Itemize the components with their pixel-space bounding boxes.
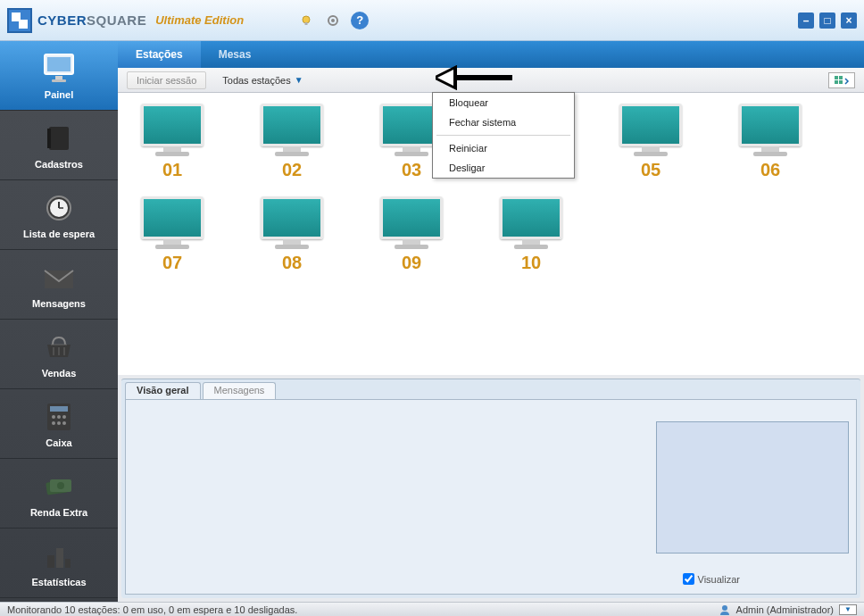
svg-point-43 <box>722 605 727 611</box>
edition-label: Ultimate Edition <box>155 13 244 27</box>
svg-point-24 <box>57 415 61 419</box>
svg-rect-33 <box>56 548 63 568</box>
status-text: Monitorando 10 estações: 0 em uso, 0 em … <box>7 604 297 615</box>
sidebar-item-label: Mensagens <box>32 298 86 309</box>
station-06[interactable]: 06 <box>732 104 809 180</box>
bottom-tab-visao-geral[interactable]: Visão geral <box>125 382 201 399</box>
svg-rect-7 <box>52 79 66 82</box>
station-number: 01 <box>162 160 182 180</box>
dropdown-label-text: Todas estações <box>222 75 290 86</box>
monitor-icon <box>261 104 323 146</box>
sidebar-item-label: Caixa <box>46 437 71 448</box>
station-10[interactable]: 10 <box>493 196 569 273</box>
bulb-icon[interactable] <box>297 12 315 29</box>
svg-rect-34 <box>65 559 71 568</box>
visualizar-checkbox-input[interactable] <box>683 573 694 585</box>
station-number: 07 <box>162 253 182 273</box>
view-selector[interactable] <box>828 72 855 88</box>
user-dropdown[interactable]: ▼ <box>839 604 857 615</box>
svg-rect-9 <box>47 129 51 148</box>
station-number: 10 <box>521 253 541 273</box>
dropdown-menu: Bloquear Fechar sistema Reiniciar Deslig… <box>432 92 575 179</box>
sidebar-item-label: Vendas <box>42 368 77 379</box>
sidebar-item-renda-extra[interactable]: Renda Extra <box>0 459 118 529</box>
tab-estacoes[interactable]: Estações <box>118 41 201 68</box>
sidebar-item-mensagens[interactable]: Mensagens <box>0 250 118 320</box>
monitor-icon <box>619 104 682 146</box>
help-icon[interactable]: ? <box>351 12 369 29</box>
tab-mesas[interactable]: Mesas <box>201 41 270 68</box>
visualizar-checkbox[interactable]: Visualizar <box>683 573 741 585</box>
menu-item-fechar-sistema[interactable]: Fechar sistema <box>433 112 574 132</box>
sidebar-item-caixa[interactable]: Caixa <box>0 389 118 459</box>
station-08[interactable]: 08 <box>253 196 330 273</box>
menu-item-bloquear[interactable]: Bloquear <box>433 93 574 112</box>
station-01[interactable]: 01 <box>134 104 211 180</box>
svg-rect-35 <box>835 76 838 79</box>
svg-rect-32 <box>47 555 54 568</box>
svg-point-27 <box>57 421 61 425</box>
svg-point-0 <box>303 16 310 23</box>
monitor-icon <box>40 52 78 86</box>
sidebar-item-lista-espera[interactable]: Lista de espera <box>0 180 118 250</box>
stations-dropdown[interactable]: Todas estações ▼ <box>222 75 303 86</box>
svg-point-28 <box>62 421 66 425</box>
svg-point-31 <box>57 482 64 489</box>
sidebar-item-vendas[interactable]: Vendas <box>0 320 118 389</box>
station-02[interactable]: 02 <box>253 104 330 180</box>
arrow-annotation-icon <box>436 65 512 94</box>
station-number: 06 <box>760 160 780 180</box>
svg-rect-22 <box>50 406 68 412</box>
sidebar-item-label: Renda Extra <box>30 507 87 518</box>
sidebar-item-estatisticas[interactable]: Estatísticas <box>0 529 118 598</box>
monitor-icon <box>261 196 323 239</box>
svg-point-23 <box>52 415 55 419</box>
station-number: 09 <box>402 253 421 273</box>
user-label: Admin (Administrador) <box>736 604 834 615</box>
svg-rect-6 <box>55 76 62 79</box>
svg-point-25 <box>62 415 66 419</box>
minimize-button[interactable]: – <box>798 12 814 29</box>
toolbar: Iniciar sessão Todas estações ▼ Bloquear… <box>118 68 864 93</box>
sidebar-item-painel[interactable]: Painel <box>0 41 118 111</box>
menu-separator <box>436 135 570 136</box>
sidebar-item-label: Painel <box>45 89 73 100</box>
monitor-icon <box>500 196 562 239</box>
bottom-tab-mensagens[interactable]: Mensagens <box>203 382 277 399</box>
svg-rect-5 <box>47 57 71 71</box>
sidebar-item-label: Cadastros <box>35 159 83 170</box>
chevron-down-icon: ▼ <box>295 75 303 85</box>
svg-rect-38 <box>839 80 843 84</box>
sidebar-item-label: Lista de espera <box>23 229 95 239</box>
monitor-icon <box>141 104 204 146</box>
sidebar-item-cadastros[interactable]: Cadastros <box>0 111 118 180</box>
station-09[interactable]: 09 <box>373 196 450 273</box>
top-tabs: Estações Mesas <box>118 41 864 68</box>
bottom-panel-body: Visualizar <box>125 399 857 595</box>
monitor-icon <box>380 196 443 239</box>
brand-part2: SQUARE <box>87 12 146 28</box>
svg-marker-41 <box>436 68 455 87</box>
station-07[interactable]: 07 <box>134 196 211 273</box>
station-number: 02 <box>282 160 302 180</box>
maximize-button[interactable]: □ <box>819 12 835 29</box>
statusbar: Monitorando 10 estações: 0 em uso, 0 em … <box>0 602 864 616</box>
preview-thumbnail <box>656 421 849 554</box>
close-button[interactable]: × <box>841 12 857 29</box>
svg-rect-37 <box>835 80 838 84</box>
svg-rect-36 <box>839 76 843 79</box>
monitor-icon <box>739 104 802 146</box>
station-05[interactable]: 05 <box>612 104 689 180</box>
svg-rect-8 <box>49 127 69 150</box>
chart-icon <box>40 539 78 573</box>
menu-item-reiniciar[interactable]: Reiniciar <box>433 138 574 158</box>
start-session-button[interactable]: Iniciar sessão <box>127 71 206 89</box>
clock-icon <box>40 191 78 225</box>
gear-icon[interactable] <box>324 12 342 29</box>
menu-item-desligar[interactable]: Desligar <box>433 158 574 178</box>
svg-point-3 <box>331 19 335 22</box>
titlebar: CYBERSQUARE Ultimate Edition ? – □ × <box>0 0 864 41</box>
notebook-icon <box>40 121 78 155</box>
envelope-icon <box>40 261 78 295</box>
basket-icon <box>40 330 78 364</box>
